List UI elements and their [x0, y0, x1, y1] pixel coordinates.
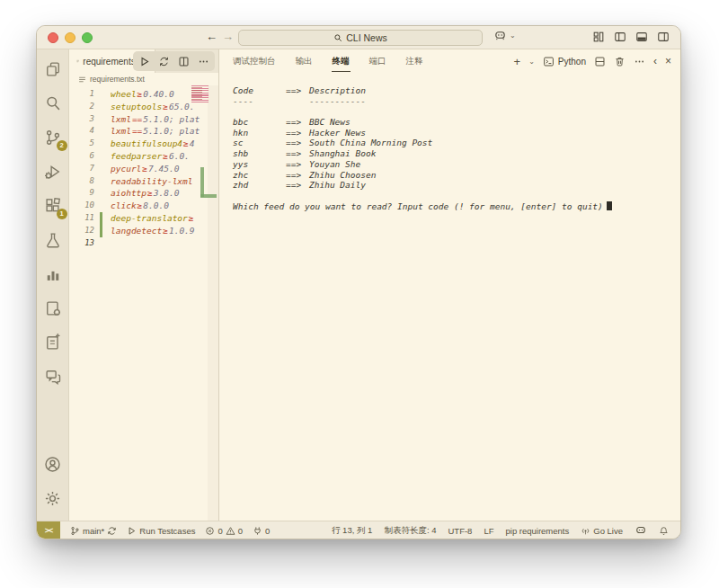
code-text: aiohttp≥3.8.0	[111, 187, 211, 200]
line-number: 11	[69, 212, 94, 225]
testing-icon[interactable]	[41, 228, 65, 252]
language-mode-item[interactable]: pip requirements	[505, 526, 569, 536]
code-token: 7.45.0	[148, 164, 179, 174]
notifications-item[interactable]	[659, 526, 669, 536]
ports-count: 0	[265, 526, 270, 536]
close-window-button[interactable]	[48, 32, 58, 43]
code-token: readability-lxml	[111, 176, 193, 186]
split-terminal-icon[interactable]	[594, 56, 606, 67]
settings-gear-icon[interactable]	[41, 486, 65, 510]
panel-more-actions-icon[interactable]	[634, 56, 645, 67]
customize-layout-icon[interactable]	[592, 31, 605, 43]
run-debug-icon[interactable]	[41, 160, 65, 183]
code-line[interactable]: 8readability-lxml	[69, 175, 218, 188]
terminal-line: bbc==>BBC News	[233, 117, 680, 128]
code-line[interactable]: 10click≥8.0.0	[69, 200, 218, 212]
run-file-icon[interactable]	[138, 56, 150, 67]
terminal-line: zhc==>Zhihu Choosen	[233, 170, 680, 181]
titlebar: ← → CLI News ⌄	[37, 26, 680, 49]
split-editor-icon[interactable]	[178, 56, 190, 67]
language-mode-label: pip requirements	[505, 526, 569, 536]
history-back-button[interactable]: ←	[206, 30, 217, 43]
play-icon	[127, 526, 137, 536]
zoom-window-button[interactable]	[82, 32, 93, 43]
code-line[interactable]: 6feedparser≥6.0.	[69, 150, 218, 163]
run-testcases-item[interactable]: Run Testcases	[127, 526, 195, 536]
code-line[interactable]: 11deep-translator≥	[69, 212, 218, 225]
terminal-icon	[543, 56, 555, 67]
toggle-sidebar-left-icon[interactable]	[614, 31, 626, 43]
remote-indicator[interactable]: ><	[37, 521, 60, 539]
editor-scrollbar[interactable]	[208, 85, 218, 521]
rerun-loop-icon[interactable]	[158, 56, 170, 67]
go-live-item[interactable]: Go Live	[581, 526, 623, 536]
source-control-icon[interactable]: 2	[41, 126, 65, 149]
terminal-feed-description: Youyan She	[309, 159, 360, 169]
code-line[interactable]: 4lxml==5.1.0; plat	[69, 125, 218, 138]
panel-tab-terminal[interactable]: 终端	[332, 51, 351, 72]
git-change-bar	[100, 138, 102, 150]
panel-header: 调试控制台输出终端端口注释 + ⌄ Python ‹ ×	[219, 49, 680, 73]
terminal-dropdown-chevron-icon[interactable]: ⌄	[528, 58, 535, 66]
comments-icon[interactable]	[41, 365, 65, 388]
panel-tab-debug-console[interactable]: 调试控制台	[232, 51, 277, 71]
line-number: 6	[69, 150, 94, 163]
new-terminal-icon[interactable]: +	[514, 55, 521, 68]
code-line[interactable]: 12langdetect≥1.0.9	[69, 225, 218, 237]
errors-icon	[205, 526, 215, 536]
tab-size-item[interactable]: 制表符长度: 4	[384, 525, 436, 537]
panel-tab-output[interactable]: 输出	[295, 51, 314, 71]
toggle-sidebar-right-icon[interactable]	[657, 31, 670, 43]
code-editor[interactable]: 1wheel≥0.40.02setuptools≥65.0.3lxml==5.1…	[69, 85, 218, 521]
problems-item[interactable]: 0 0	[205, 526, 243, 536]
breadcrumb-label: requirements.txt	[90, 75, 145, 84]
code-line[interactable]: 5beautifulsoup4≥4	[69, 138, 218, 150]
copilot-menu-button[interactable]: ⌄	[493, 30, 516, 41]
code-line[interactable]: 9aiohttp≥3.8.0	[69, 187, 218, 200]
account-icon[interactable]	[41, 452, 65, 476]
code-token: beautifulsoup4	[111, 138, 182, 148]
ports-item[interactable]: 0	[253, 526, 270, 536]
terminal-output[interactable]: Code==>Description---------------bbc==>B…	[219, 73, 680, 521]
code-token: 6.0.	[169, 151, 190, 161]
code-line[interactable]: 13	[69, 237, 218, 250]
terminal-instance-item[interactable]: Python	[543, 56, 586, 67]
breadcrumb[interactable]: requirements.txt	[69, 73, 218, 85]
toggle-panel-icon[interactable]	[635, 31, 648, 43]
cursor-position-item[interactable]: 行 13, 列 1	[332, 525, 372, 537]
code-line[interactable]: 3lxml==5.1.0; plat	[69, 113, 218, 126]
panel-tab-ports[interactable]: 端口	[368, 51, 387, 71]
search-sidebar-icon[interactable]	[41, 92, 65, 115]
file-add-icon[interactable]	[41, 331, 65, 354]
terminal-line	[233, 106, 680, 117]
history-forward-button[interactable]: →	[222, 30, 234, 43]
code-token: 3.8.0	[154, 188, 180, 198]
encoding-item[interactable]: UTF-8	[448, 526, 472, 536]
terminal-feed-description: Zhihu Choosen	[309, 170, 376, 180]
code-token: lxml	[111, 114, 131, 124]
line-number: 3	[69, 113, 94, 126]
panel-chevron-icon[interactable]: ‹	[653, 55, 657, 67]
remote-icon: ><	[45, 526, 53, 535]
explorer-icon[interactable]	[41, 58, 65, 81]
minimap[interactable]	[191, 85, 209, 102]
terminal-feed-code: ----	[233, 96, 286, 107]
line-number: 2	[69, 101, 94, 113]
extensions-icon[interactable]: 1	[41, 194, 65, 218]
git-branch-item[interactable]: main*	[70, 526, 117, 536]
chart-panel-icon[interactable]	[41, 263, 65, 286]
file-settings-icon[interactable]	[41, 297, 65, 320]
more-actions-icon[interactable]	[198, 56, 209, 67]
tab-size-label: 制表符长度: 4	[384, 525, 436, 537]
terminal-arrow: ==>	[286, 159, 309, 170]
panel-tab-comments[interactable]: 注释	[405, 51, 424, 71]
command-center-search[interactable]: CLI News	[238, 30, 483, 46]
close-panel-icon[interactable]: ×	[665, 55, 671, 67]
kill-terminal-trash-icon[interactable]	[614, 56, 626, 67]
minimize-window-button[interactable]	[65, 32, 75, 43]
terminal-arrow: ==>	[286, 180, 309, 191]
eol-item[interactable]: LF	[484, 526, 493, 536]
copilot-status-item[interactable]	[635, 525, 647, 536]
code-line[interactable]: 7pycurl≥7.45.0	[69, 163, 218, 175]
go-live-label: Go Live	[593, 526, 623, 536]
